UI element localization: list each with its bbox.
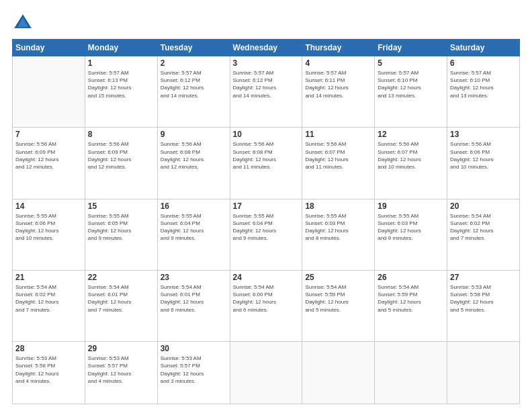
day-info: Sunrise: 5:53 AM Sunset: 5:58 PM Dayligh… [15, 355, 82, 385]
day-number: 26 [378, 273, 444, 282]
day-info: Sunrise: 5:55 AM Sunset: 6:06 PM Dayligh… [15, 212, 82, 242]
day-number: 24 [233, 273, 300, 282]
day-number: 16 [161, 201, 227, 211]
weekday-header-tuesday: Tuesday [157, 40, 230, 56]
calendar-cell: 25Sunrise: 5:54 AM Sunset: 5:59 PM Dayli… [302, 270, 375, 341]
calendar-cell [302, 342, 375, 404]
calendar-cell: 16Sunrise: 5:55 AM Sunset: 6:04 PM Dayli… [157, 199, 230, 270]
week-row-2: 7Sunrise: 5:56 AM Sunset: 6:09 PM Daylig… [13, 128, 520, 199]
calendar-cell: 23Sunrise: 5:54 AM Sunset: 6:01 PM Dayli… [157, 270, 230, 341]
day-info: Sunrise: 5:54 AM Sunset: 5:59 PM Dayligh… [378, 283, 444, 314]
day-info: Sunrise: 5:56 AM Sunset: 6:08 PM Dayligh… [233, 140, 300, 171]
weekday-header-friday: Friday [375, 40, 447, 56]
header [12, 12, 520, 34]
day-info: Sunrise: 5:57 AM Sunset: 6:12 PM Dayligh… [161, 69, 227, 99]
day-number: 29 [88, 344, 154, 353]
week-row-1: 1Sunrise: 5:57 AM Sunset: 6:13 PM Daylig… [13, 56, 520, 128]
day-info: Sunrise: 5:55 AM Sunset: 6:04 PM Dayligh… [233, 212, 300, 242]
calendar-cell: 6Sunrise: 5:57 AM Sunset: 6:10 PM Daylig… [447, 56, 520, 128]
day-info: Sunrise: 5:57 AM Sunset: 6:13 PM Dayligh… [88, 69, 154, 99]
day-number: 23 [161, 273, 227, 282]
calendar-cell: 18Sunrise: 5:55 AM Sunset: 6:03 PM Dayli… [302, 199, 375, 270]
calendar-cell: 29Sunrise: 5:53 AM Sunset: 5:57 PM Dayli… [85, 342, 157, 404]
day-number: 11 [305, 130, 371, 139]
day-info: Sunrise: 5:53 AM Sunset: 5:57 PM Dayligh… [161, 355, 227, 385]
day-info: Sunrise: 5:56 AM Sunset: 6:06 PM Dayligh… [450, 140, 517, 171]
calendar-cell: 11Sunrise: 5:56 AM Sunset: 6:07 PM Dayli… [302, 128, 375, 199]
page: SundayMondayTuesdayWednesdayThursdayFrid… [0, 0, 532, 411]
day-info: Sunrise: 5:55 AM Sunset: 6:05 PM Dayligh… [88, 212, 154, 242]
day-info: Sunrise: 5:53 AM Sunset: 5:57 PM Dayligh… [88, 355, 154, 385]
day-info: Sunrise: 5:57 AM Sunset: 6:12 PM Dayligh… [233, 69, 300, 99]
day-number: 1 [88, 58, 154, 68]
day-info: Sunrise: 5:56 AM Sunset: 6:09 PM Dayligh… [88, 140, 154, 171]
calendar-cell: 1Sunrise: 5:57 AM Sunset: 6:13 PM Daylig… [85, 56, 157, 128]
calendar-cell: 19Sunrise: 5:55 AM Sunset: 6:03 PM Dayli… [375, 199, 447, 270]
day-number: 18 [305, 201, 371, 211]
day-info: Sunrise: 5:55 AM Sunset: 6:04 PM Dayligh… [161, 212, 227, 242]
weekday-header-sunday: Sunday [13, 40, 85, 56]
calendar-cell: 14Sunrise: 5:55 AM Sunset: 6:06 PM Dayli… [13, 199, 85, 270]
day-number: 28 [15, 344, 82, 353]
day-info: Sunrise: 5:56 AM Sunset: 6:08 PM Dayligh… [161, 140, 227, 171]
logo-icon [12, 12, 34, 34]
calendar-cell [13, 56, 85, 128]
calendar-cell [447, 342, 520, 404]
day-number: 5 [378, 58, 444, 68]
week-row-5: 28Sunrise: 5:53 AM Sunset: 5:58 PM Dayli… [13, 342, 520, 404]
calendar-table: SundayMondayTuesdayWednesdayThursdayFrid… [12, 39, 520, 404]
day-number: 15 [88, 201, 154, 211]
day-info: Sunrise: 5:54 AM Sunset: 5:59 PM Dayligh… [305, 283, 371, 314]
calendar-cell: 13Sunrise: 5:56 AM Sunset: 6:06 PM Dayli… [447, 128, 520, 199]
day-number: 22 [88, 273, 154, 282]
calendar-cell: 2Sunrise: 5:57 AM Sunset: 6:12 PM Daylig… [157, 56, 230, 128]
calendar-cell: 30Sunrise: 5:53 AM Sunset: 5:57 PM Dayli… [157, 342, 230, 404]
calendar-cell: 4Sunrise: 5:57 AM Sunset: 6:11 PM Daylig… [302, 56, 375, 128]
day-info: Sunrise: 5:53 AM Sunset: 5:58 PM Dayligh… [450, 283, 517, 314]
day-number: 12 [378, 130, 444, 139]
calendar-cell: 24Sunrise: 5:54 AM Sunset: 6:00 PM Dayli… [230, 270, 302, 341]
weekday-header-saturday: Saturday [447, 40, 520, 56]
calendar-cell: 10Sunrise: 5:56 AM Sunset: 6:08 PM Dayli… [230, 128, 302, 199]
weekday-header-wednesday: Wednesday [230, 40, 302, 56]
day-number: 13 [450, 130, 517, 139]
header-row: SundayMondayTuesdayWednesdayThursdayFrid… [13, 40, 520, 56]
weekday-header-monday: Monday [85, 40, 157, 56]
calendar-cell: 26Sunrise: 5:54 AM Sunset: 5:59 PM Dayli… [375, 270, 447, 341]
day-info: Sunrise: 5:54 AM Sunset: 6:01 PM Dayligh… [88, 283, 154, 314]
calendar-cell [375, 342, 447, 404]
day-number: 17 [233, 201, 300, 211]
day-info: Sunrise: 5:54 AM Sunset: 6:01 PM Dayligh… [161, 283, 227, 314]
day-number: 3 [233, 58, 300, 68]
weekday-header-thursday: Thursday [302, 40, 375, 56]
logo [12, 12, 36, 34]
day-number: 19 [378, 201, 444, 211]
calendar-cell [230, 342, 302, 404]
day-info: Sunrise: 5:56 AM Sunset: 6:07 PM Dayligh… [378, 140, 444, 171]
day-number: 6 [450, 58, 517, 68]
day-number: 9 [161, 130, 227, 139]
day-info: Sunrise: 5:57 AM Sunset: 6:11 PM Dayligh… [305, 69, 371, 99]
calendar-cell: 9Sunrise: 5:56 AM Sunset: 6:08 PM Daylig… [157, 128, 230, 199]
calendar-cell: 8Sunrise: 5:56 AM Sunset: 6:09 PM Daylig… [85, 128, 157, 199]
day-info: Sunrise: 5:56 AM Sunset: 6:09 PM Dayligh… [15, 140, 82, 171]
calendar-cell: 12Sunrise: 5:56 AM Sunset: 6:07 PM Dayli… [375, 128, 447, 199]
day-number: 20 [450, 201, 517, 211]
day-number: 2 [161, 58, 227, 68]
day-info: Sunrise: 5:54 AM Sunset: 6:02 PM Dayligh… [15, 283, 82, 314]
day-info: Sunrise: 5:54 AM Sunset: 6:02 PM Dayligh… [450, 212, 517, 242]
calendar-cell: 28Sunrise: 5:53 AM Sunset: 5:58 PM Dayli… [13, 342, 85, 404]
calendar-cell: 21Sunrise: 5:54 AM Sunset: 6:02 PM Dayli… [13, 270, 85, 341]
day-number: 30 [161, 344, 227, 353]
calendar-cell: 27Sunrise: 5:53 AM Sunset: 5:58 PM Dayli… [447, 270, 520, 341]
day-info: Sunrise: 5:57 AM Sunset: 6:10 PM Dayligh… [378, 69, 444, 99]
week-row-3: 14Sunrise: 5:55 AM Sunset: 6:06 PM Dayli… [13, 199, 520, 270]
day-info: Sunrise: 5:57 AM Sunset: 6:10 PM Dayligh… [450, 69, 517, 99]
day-number: 10 [233, 130, 300, 139]
day-number: 4 [305, 58, 371, 68]
day-info: Sunrise: 5:55 AM Sunset: 6:03 PM Dayligh… [305, 212, 371, 242]
day-number: 25 [305, 273, 371, 282]
day-number: 21 [15, 273, 82, 282]
calendar-cell: 22Sunrise: 5:54 AM Sunset: 6:01 PM Dayli… [85, 270, 157, 341]
calendar-cell: 15Sunrise: 5:55 AM Sunset: 6:05 PM Dayli… [85, 199, 157, 270]
